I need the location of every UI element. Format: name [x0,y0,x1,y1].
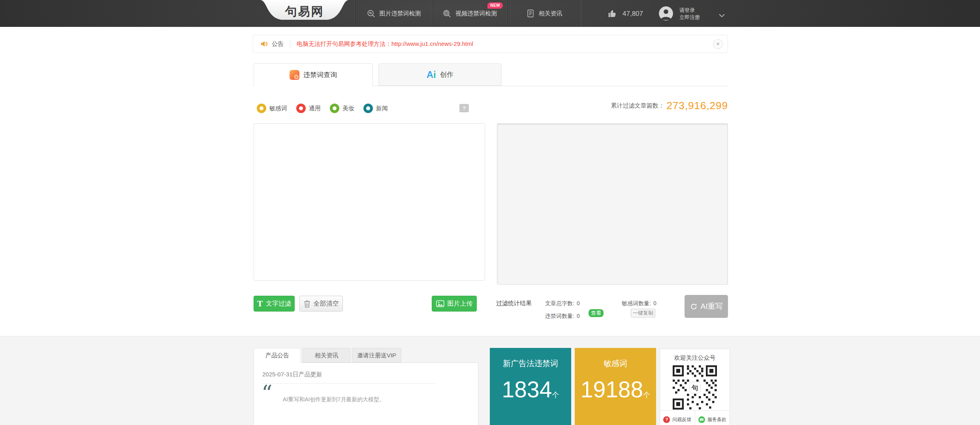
chat-circle-icon [698,416,705,423]
avatar-icon [659,6,673,21]
footer-tab-related-news[interactable]: 相关资讯 [303,348,350,363]
counter-value: 273,916,299 [666,100,728,112]
button-label: 图片上传 [448,300,473,308]
stat-sensitive-count: 敏感词数量: 0 [622,300,656,307]
image-icon [436,300,444,308]
quote-icon: “ [261,383,273,404]
divider [262,383,436,384]
official-account-card: 欢迎关注公众号 [660,349,730,425]
menu-item-news[interactable]: 相关资讯 [507,0,581,27]
navbar: 句易网 图片违禁词检测 NEW 视频违禁词检测 [0,0,980,27]
menu-item-image-detect[interactable]: 图片违禁词检测 [355,0,432,27]
terms-label: 服务条款 [707,416,726,423]
stat-card-ad-banned-words: 新广告法违禁词 1834个 [490,348,571,425]
document-icon [526,9,535,18]
filtered-articles-counter: 累计过滤文章篇数： 273,916,299 [611,100,728,112]
stat-label: 文章总字数: [545,300,574,307]
magnifier-wave-icon [367,9,376,18]
menu-item-label: 图片违禁词检测 [380,10,421,17]
stat-banned-count: 违禁词数量: 0 [545,313,580,320]
tab-label: 违禁词查询 [303,70,337,79]
menu-item-label: 视频违禁词检测 [455,10,497,17]
card-value: 19188 [581,377,643,402]
speaker-icon [260,40,268,48]
like-count[interactable]: 47,807 [623,10,643,18]
magnifier-play-icon [442,9,451,18]
image-upload-button[interactable]: 图片上传 [432,296,477,312]
radio-dot [257,104,266,113]
button-label: AI重写 [701,301,723,312]
card-title: 敏感词 [575,358,656,369]
radio-dot [363,104,373,113]
question-circle-icon [663,416,670,423]
feedback-label: 问题反馈 [672,416,691,423]
chevron-down-icon[interactable] [719,12,725,19]
register-label: 立即注册 [679,14,700,21]
tab-ai-create[interactable]: Ai 创作 [378,63,502,86]
update-title[interactable]: 2025-07-31日产品更新 [262,371,322,378]
footer-tab-product-news[interactable]: 产品公告 [254,348,301,363]
tab-label: 创作 [440,70,453,79]
text-input[interactable] [254,123,485,281]
radio-sensitive-words[interactable]: 敏感词 [254,104,287,113]
card-unit: 个 [643,391,650,399]
radio-general[interactable]: 通用 [293,104,321,113]
logo[interactable]: 句易网 [261,0,348,23]
letter-t-icon [257,300,263,308]
clear-all-button[interactable]: 全部清空 [299,296,343,312]
logo-text: 句易网 [261,4,348,20]
copy-button[interactable]: 一键复制 [631,309,655,317]
stat-card-sensitive-words: 敏感词 19188个 [575,348,656,425]
terms-link[interactable]: 服务条款 [695,411,730,425]
feedback-link[interactable]: 问题反馈 [660,411,695,425]
qr-card-footer: 问题反馈 服务条款 [660,410,730,425]
radio-news[interactable]: 新闻 [360,104,388,113]
stat-label: 违禁词数量: [545,313,574,320]
letter-t-scan-icon [290,70,299,80]
help-icon[interactable]: ? [459,104,469,112]
announcement-bar: 公告 电脑无法打开句易网参考处理方法：http://www.ju1.cn/new… [253,35,728,53]
stat-value: 0 [577,313,580,320]
menu-item-video-detect[interactable]: NEW 视频违禁词检测 [432,0,507,27]
divider [290,40,290,48]
filter-text-button[interactable]: 文字过滤 [254,296,295,312]
trash-icon [304,300,310,308]
stat-label: 敏感词数量: [622,300,651,307]
close-icon[interactable]: × [713,39,723,49]
new-badge: NEW [487,2,503,9]
ai-rewrite-button[interactable]: AI重写 [685,295,728,318]
text-input-area [254,123,485,281]
qr-title: 欢迎关注公众号 [660,354,730,362]
radio-label: 新闻 [376,105,388,112]
view-button[interactable]: 查看 [589,309,604,317]
ai-gradient-icon: Ai [427,69,436,80]
nav-menu: 图片违禁词检测 NEW 视频违禁词检测 相关资讯 [355,0,581,27]
card-title: 新广告法违禁词 [490,358,571,369]
result-output-panel [497,123,728,285]
update-quote: AI重写和AI创作更新到7月最新的大模型。 [283,396,385,403]
stat-value: 0 [577,300,580,307]
radio-dot [296,104,306,113]
radio-dot [330,104,339,113]
radio-beauty[interactable]: 美妆 [327,104,354,113]
login-label: 请登录 [679,7,700,14]
button-label: 文字过滤 [266,300,291,308]
announcement-label: 公告 [272,40,284,48]
tab-banned-word-query[interactable]: 违禁词查询 [254,63,373,86]
radio-label: 美妆 [342,105,354,112]
thumbs-up-icon[interactable] [608,9,617,20]
stat-total-words: 文章总字数: 0 [545,300,580,307]
card-value: 1834 [502,377,552,402]
menu-item-label: 相关资讯 [539,10,562,17]
button-label: 全部清空 [314,300,339,308]
counter-label: 累计过滤文章篇数： [611,102,664,110]
stat-value: 0 [653,300,656,307]
radio-label: 通用 [309,105,321,112]
stats-title: 过滤统计结果 [496,300,532,307]
announcement-link[interactable]: 电脑无法打开句易网参考处理方法：http://www.ju1.cn/news-2… [297,40,473,48]
avatar[interactable] [659,6,673,21]
footer-tab-invite-vip[interactable]: 邀请注册送VIP [352,348,401,363]
page: 句易网 图片违禁词检测 NEW 视频违禁词检测 [0,0,980,425]
radio-label: 敏感词 [269,105,287,112]
login-register[interactable]: 请登录 立即注册 [679,7,700,21]
